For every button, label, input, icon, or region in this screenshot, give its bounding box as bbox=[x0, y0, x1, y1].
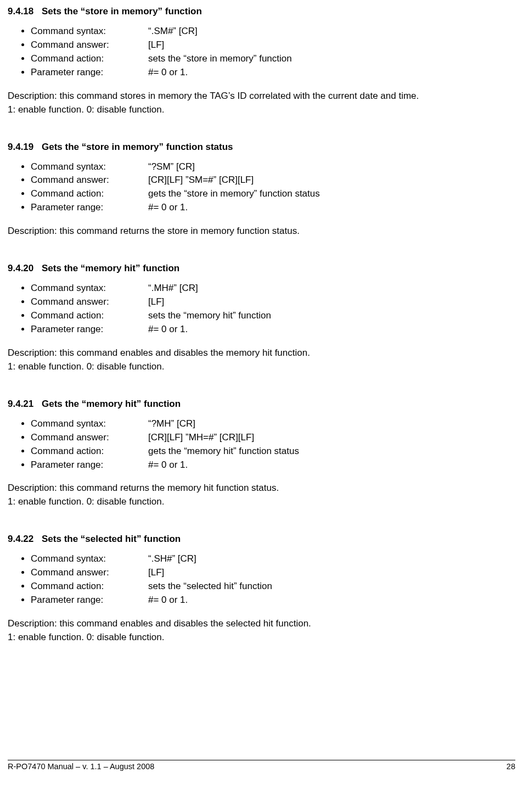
command-answer-value: [LF] bbox=[148, 39, 164, 52]
command-answer-label: Command answer: bbox=[31, 174, 148, 187]
command-action-value: sets the “selected hit” function bbox=[148, 580, 272, 593]
footer-left: R-PO7470 Manual – v. 1.1 – August 2008 bbox=[8, 761, 154, 772]
command-syntax-value: “.SM#” [CR] bbox=[148, 25, 198, 38]
command-answer-label: Command answer: bbox=[31, 39, 148, 52]
parameter-range-value: #= 0 or 1. bbox=[148, 323, 188, 336]
command-syntax-item: Command syntax:“?MH” [CR] bbox=[31, 417, 515, 431]
doc-section: 9.4.21Gets the “memory hit” functionComm… bbox=[8, 398, 515, 509]
command-action-label: Command action: bbox=[31, 580, 148, 593]
section-heading: 9.4.22Sets the “selected hit” function bbox=[8, 533, 515, 546]
description-block: Description: this command returns the st… bbox=[8, 225, 515, 238]
parameter-range-item: Parameter range:#= 0 or 1. bbox=[31, 593, 515, 607]
command-action-value: gets the “store in memory” function stat… bbox=[148, 188, 320, 200]
command-action-value: sets the “memory hit” function bbox=[148, 310, 271, 322]
command-answer-value: [CR][LF] ”SM=#” [CR][LF] bbox=[148, 174, 254, 187]
command-syntax-item: Command syntax:“.SM#” [CR] bbox=[31, 25, 515, 38]
parameter-range-value: #= 0 or 1. bbox=[148, 594, 188, 607]
section-number: 9.4.22 bbox=[8, 533, 42, 546]
command-syntax-item: Command syntax:“.MH#” [CR] bbox=[31, 282, 515, 295]
command-action-item: Command action:sets the “selected hit” f… bbox=[31, 580, 515, 593]
command-answer-item: Command answer:[LF] bbox=[31, 566, 515, 580]
parameter-range-label: Parameter range: bbox=[31, 594, 148, 607]
command-syntax-label: Command syntax: bbox=[31, 553, 148, 565]
section-heading: 9.4.20Sets the “memory hit” function bbox=[8, 262, 515, 275]
section-heading: 9.4.19Gets the “store in memory” functio… bbox=[8, 141, 515, 154]
description-block: Description: this command stores in memo… bbox=[8, 89, 515, 117]
parameter-range-value: #= 0 or 1. bbox=[148, 201, 188, 214]
command-answer-value: [LF] bbox=[148, 296, 164, 309]
command-action-item: Command action:gets the “memory hit” fun… bbox=[31, 445, 515, 458]
command-action-label: Command action: bbox=[31, 188, 148, 200]
section-title: Sets the “store in memory” function bbox=[42, 5, 202, 18]
parameter-range-label: Parameter range: bbox=[31, 459, 148, 472]
description-line: 1: enable function. 0: disable function. bbox=[8, 360, 515, 374]
parameter-list: Command syntax:“?MH” [CR]Command answer:… bbox=[8, 417, 515, 472]
parameter-list: Command syntax:“.SM#” [CR]Command answer… bbox=[8, 25, 515, 80]
parameter-range-label: Parameter range: bbox=[31, 201, 148, 214]
description-line: 1: enable function. 0: disable function. bbox=[8, 495, 515, 509]
parameter-list: Command syntax:“.MH#” [CR]Command answer… bbox=[8, 282, 515, 337]
description-line: Description: this command enables and di… bbox=[8, 617, 515, 631]
command-syntax-value: “.MH#” [CR] bbox=[148, 282, 198, 295]
parameter-range-item: Parameter range:#= 0 or 1. bbox=[31, 66, 515, 80]
description-block: Description: this command enables and di… bbox=[8, 617, 515, 645]
parameter-range-item: Parameter range:#= 0 or 1. bbox=[31, 201, 515, 215]
command-action-label: Command action: bbox=[31, 53, 148, 65]
command-syntax-item: Command syntax:“?SM” [CR] bbox=[31, 160, 515, 174]
doc-section: 9.4.18Sets the “store in memory” functio… bbox=[8, 5, 515, 117]
parameter-range-value: #= 0 or 1. bbox=[148, 66, 188, 79]
command-syntax-value: “.SH#” [CR] bbox=[148, 553, 196, 565]
parameter-list: Command syntax:“?SM” [CR]Command answer:… bbox=[8, 160, 515, 215]
parameter-range-value: #= 0 or 1. bbox=[148, 459, 188, 472]
doc-section: 9.4.22Sets the “selected hit” functionCo… bbox=[8, 533, 515, 645]
section-title: Sets the “memory hit” function bbox=[42, 262, 179, 275]
parameter-range-item: Parameter range:#= 0 or 1. bbox=[31, 323, 515, 337]
command-action-label: Command action: bbox=[31, 445, 148, 458]
command-answer-label: Command answer: bbox=[31, 296, 148, 309]
command-action-item: Command action:sets the “memory hit” fun… bbox=[31, 309, 515, 323]
command-answer-value: [LF] bbox=[148, 567, 164, 579]
description-line: 1: enable function. 0: disable function. bbox=[8, 103, 515, 117]
parameter-range-label: Parameter range: bbox=[31, 66, 148, 79]
command-action-value: sets the “store in memory” function bbox=[148, 53, 292, 65]
doc-section: 9.4.19Gets the “store in memory” functio… bbox=[8, 141, 515, 239]
description-line: Description: this command returns the me… bbox=[8, 481, 515, 495]
command-action-item: Command action:gets the “store in memory… bbox=[31, 187, 515, 201]
description-line: Description: this command stores in memo… bbox=[8, 89, 515, 103]
footer-page-number: 28 bbox=[507, 761, 515, 772]
description-line: Description: this command returns the st… bbox=[8, 225, 515, 238]
command-action-value: gets the “memory hit” function status bbox=[148, 445, 299, 458]
parameter-list: Command syntax:“.SH#” [CR]Command answer… bbox=[8, 552, 515, 607]
description-line: Description: this command enables and di… bbox=[8, 346, 515, 360]
doc-section: 9.4.20Sets the “memory hit” functionComm… bbox=[8, 262, 515, 374]
parameter-range-item: Parameter range:#= 0 or 1. bbox=[31, 458, 515, 472]
command-action-item: Command action:sets the “store in memory… bbox=[31, 52, 515, 66]
command-syntax-label: Command syntax: bbox=[31, 161, 148, 173]
section-number: 9.4.19 bbox=[8, 141, 42, 154]
parameter-range-label: Parameter range: bbox=[31, 323, 148, 336]
command-answer-item: Command answer:[LF] bbox=[31, 295, 515, 309]
section-number: 9.4.18 bbox=[8, 5, 42, 18]
command-syntax-item: Command syntax:“.SH#” [CR] bbox=[31, 552, 515, 566]
command-answer-value: [CR][LF] ”MH=#” [CR][LF] bbox=[148, 432, 254, 444]
section-title: Gets the “store in memory” function stat… bbox=[42, 141, 233, 154]
command-syntax-value: “?MH” [CR] bbox=[148, 418, 195, 430]
command-syntax-label: Command syntax: bbox=[31, 282, 148, 295]
section-number: 9.4.21 bbox=[8, 398, 42, 411]
command-action-label: Command action: bbox=[31, 310, 148, 322]
command-answer-label: Command answer: bbox=[31, 567, 148, 579]
command-answer-item: Command answer:[CR][LF] ”SM=#” [CR][LF] bbox=[31, 173, 515, 187]
section-heading: 9.4.21Gets the “memory hit” function bbox=[8, 398, 515, 411]
section-number: 9.4.20 bbox=[8, 262, 42, 275]
page-footer: R-PO7470 Manual – v. 1.1 – August 2008 2… bbox=[8, 760, 515, 772]
command-syntax-label: Command syntax: bbox=[31, 25, 148, 38]
description-block: Description: this command enables and di… bbox=[8, 346, 515, 374]
command-answer-item: Command answer:[LF] bbox=[31, 38, 515, 52]
command-answer-item: Command answer:[CR][LF] ”MH=#” [CR][LF] bbox=[31, 431, 515, 445]
description-block: Description: this command returns the me… bbox=[8, 481, 515, 509]
section-heading: 9.4.18Sets the “store in memory” functio… bbox=[8, 5, 515, 18]
command-answer-label: Command answer: bbox=[31, 432, 148, 444]
description-line: 1: enable function. 0: disable function. bbox=[8, 631, 515, 645]
command-syntax-label: Command syntax: bbox=[31, 418, 148, 430]
page-body: 9.4.18Sets the “store in memory” functio… bbox=[8, 5, 515, 645]
